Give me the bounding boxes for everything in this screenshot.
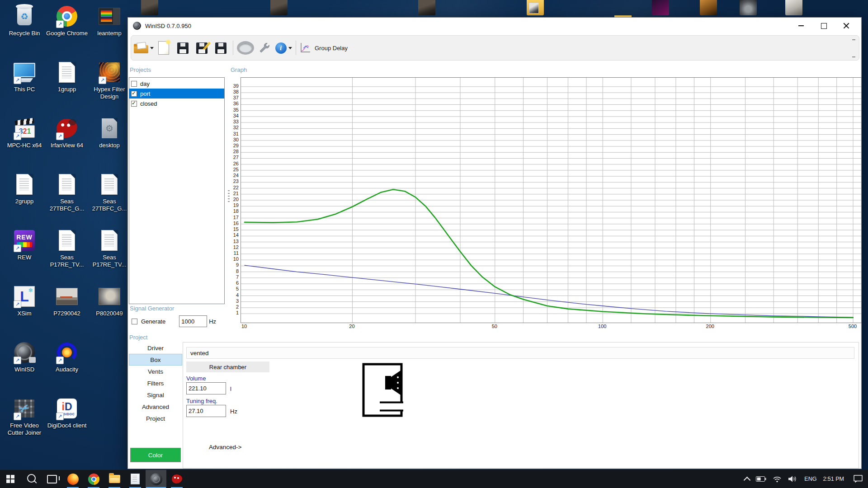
clock[interactable]: 2:51 PM — [820, 470, 850, 488]
taskbar-start-button[interactable] — [0, 470, 21, 488]
desktop-thumbnail-photo-orange[interactable] — [700, 0, 717, 15]
maximize-button[interactable] — [812, 18, 835, 34]
taskbar-notepad-button[interactable] — [125, 470, 146, 488]
project-tab-filters[interactable]: Filters — [129, 377, 182, 389]
taskbar-firefox-button[interactable] — [62, 470, 83, 488]
new-project-button[interactable] — [155, 38, 173, 58]
task-view-icon — [47, 475, 57, 483]
desktop-icon-label: Seas P17RE_TV... — [88, 254, 131, 269]
desktop-thumbnail-photo-light[interactable] — [785, 0, 802, 15]
desktop-icon-seas-27tbfc-g[interactable]: Seas 27TBFC_G... — [45, 173, 89, 213]
save-as-button[interactable] — [193, 38, 211, 58]
irfanview-icon: ↗ — [55, 117, 79, 140]
desktop-thumbnail-photo[interactable] — [418, 0, 435, 15]
advanced-link[interactable]: Advanced-> — [209, 444, 241, 450]
desktop-icon-google-chrome[interactable]: ↗Google Chrome — [45, 5, 89, 37]
generate-checkbox[interactable] — [132, 319, 137, 324]
folder-open-icon — [134, 42, 148, 53]
project-item-day[interactable]: day — [129, 79, 224, 89]
shortcut-arrow-icon: ↗ — [14, 413, 21, 420]
wifi-indicator[interactable] — [769, 470, 785, 488]
group-delay-chart[interactable] — [241, 77, 862, 323]
taskbar-chrome-button[interactable] — [83, 470, 104, 488]
search-icon — [27, 476, 36, 483]
desktop-icon-p8020049[interactable]: P8020049 — [88, 285, 131, 317]
desktop-thumbnail-photo[interactable] — [270, 0, 288, 15]
desktop-icon-recycle-bin[interactable]: ♻Recycle Bin — [3, 5, 46, 37]
desktop-icon-rew[interactable]: REW↗REW — [3, 229, 46, 261]
project-item-closed[interactable]: closed — [129, 99, 224, 108]
project-tab-advanced[interactable]: Advanced — [129, 401, 182, 413]
project-tab-box[interactable]: Box — [129, 354, 182, 366]
battery-indicator[interactable] — [753, 470, 769, 488]
y-axis-tick: 3 — [227, 298, 239, 304]
open-project-button[interactable] — [134, 38, 154, 58]
project-tab-driver[interactable]: Driver — [129, 342, 182, 354]
language-indicator[interactable]: ENG — [801, 470, 820, 488]
y-axis-tick: 24 — [227, 173, 239, 178]
desktop-icon-1grupp[interactable]: 1grupp — [45, 61, 89, 93]
desktop-icon-seas-p17re-tv[interactable]: Seas P17RE_TV... — [45, 229, 89, 269]
desktop-icon-seas-27tbfc-g[interactable]: Seas 27TBFC_G... — [88, 173, 131, 213]
desktop-icon-p7290042[interactable]: P7290042 — [45, 285, 89, 317]
tray-chevron-button[interactable] — [741, 470, 753, 488]
desktop-thumbnail-photo-engine[interactable] — [740, 0, 757, 15]
desktop-icon-irfanview-64[interactable]: ↗IrfanView 64 — [45, 117, 89, 149]
desktop-icon-this-pc[interactable]: ↗This PC — [3, 61, 46, 93]
about-button[interactable]: i — [274, 38, 292, 58]
x-axis-tick: 50 — [492, 324, 497, 329]
desktop-icon-winisd[interactable]: ↗WinISD — [3, 341, 46, 373]
desktop-icon-leantemp[interactable]: leantemp — [88, 5, 131, 37]
desktop-icon-xsim[interactable]: L❄↗XSim — [3, 285, 46, 317]
desktop-thumbnail-photo-purple[interactable] — [652, 0, 669, 15]
options-button[interactable] — [255, 38, 274, 58]
desktop-icon-2grupp[interactable]: 2grupp — [3, 173, 46, 205]
action-center-button[interactable] — [850, 470, 868, 488]
desktop-icon-label: 1grupp — [45, 86, 89, 93]
desktop-icon-hypex-filter-design[interactable]: ↗Hypex Filter Design — [88, 61, 131, 101]
y-axis-tick: 20 — [227, 197, 239, 202]
generator-frequency-input[interactable] — [179, 315, 207, 327]
color-button[interactable]: Color — [130, 448, 181, 462]
signal-generator-section-label: Signal Generator — [130, 305, 174, 312]
volume-input[interactable] — [186, 382, 226, 394]
save-copy-button[interactable] — [212, 38, 230, 58]
volume-label: Volume — [186, 375, 206, 382]
taskbar-file-explorer-button[interactable] — [104, 470, 125, 488]
save-project-button[interactable] — [174, 38, 192, 58]
desktop-icon-mpc-hc-x64[interactable]: 321↗MPC-HC x64 — [3, 117, 46, 149]
taskbar-winisd-button[interactable] — [146, 470, 166, 488]
titlebar[interactable]: WinISD 0.7.0.950 — [128, 18, 861, 34]
tuning-freq-input[interactable] — [186, 405, 226, 417]
toolbar-grip[interactable] — [852, 39, 855, 57]
digidoc-icon: iDGIDOC↗ — [55, 397, 79, 420]
desktop-thumbnail-photo[interactable] — [141, 0, 158, 15]
taskbar-irfanview-button[interactable] — [166, 470, 187, 488]
taskbar-search-button[interactable] — [21, 470, 42, 488]
project-checkbox[interactable] — [131, 81, 137, 87]
desktop-icon-label: Seas 27TBFC_G... — [45, 198, 89, 213]
desktop-icon-digidoc4-client[interactable]: iDGIDOC↗DigiDoc4 client — [45, 397, 89, 429]
rear-chamber-tab[interactable]: Rear chamber — [186, 361, 269, 372]
desktop-icon-free-video-cutter-joiner[interactable]: ✂↗Free Video Cutter Joiner — [3, 397, 46, 437]
maximize-icon — [821, 23, 827, 29]
project-checkbox[interactable] — [131, 91, 137, 97]
driver-editor-button[interactable] — [236, 38, 255, 58]
desktop-icon-audacity[interactable]: ↗Audacity — [45, 341, 89, 373]
minimize-button[interactable] — [790, 18, 812, 34]
desktop-icon-seas-p17re-tv[interactable]: Seas P17RE_TV... — [88, 229, 131, 269]
graph-type-button[interactable]: Group Delay — [299, 38, 348, 58]
project-tab-project[interactable]: Project — [129, 413, 182, 424]
volume-indicator[interactable] — [785, 470, 801, 488]
project-tab-signal[interactable]: Signal — [129, 389, 182, 401]
project-checkbox[interactable] — [131, 101, 137, 107]
project-item-port[interactable]: port — [129, 89, 224, 99]
project-name-input[interactable] — [186, 347, 854, 359]
document-icon — [55, 229, 79, 252]
desktop-icon-desktop[interactable]: ⚙desktop — [88, 117, 131, 149]
desktop-thumbnail-folder[interactable] — [527, 0, 544, 15]
close-button[interactable] — [835, 18, 858, 34]
desktop-icon-label: REW — [3, 254, 46, 261]
taskbar-task-view-button[interactable] — [42, 470, 62, 488]
project-tab-vents[interactable]: Vents — [129, 366, 182, 377]
